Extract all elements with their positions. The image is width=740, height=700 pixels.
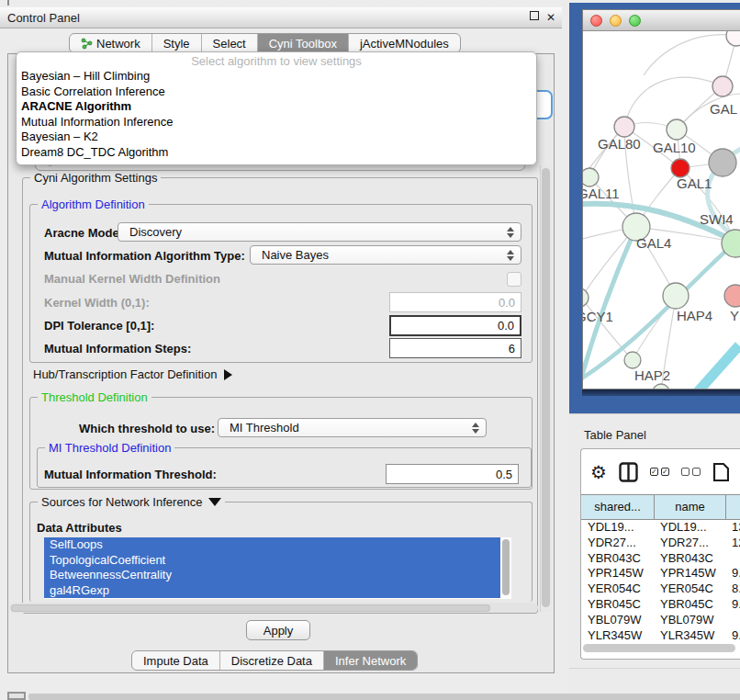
network-icon — [81, 38, 93, 50]
divider-tick — [7, 0, 9, 6]
bottom-tabbar: Impute Data Discretize Data Infer Networ… — [131, 650, 418, 671]
control-panel-titlebar — [0, 7, 562, 28]
combo-stepper-icon — [507, 227, 514, 238]
tab-network[interactable]: Network — [70, 34, 152, 52]
table-row[interactable]: YBR045CYBR045C9. — [581, 597, 740, 613]
table-hscroll-thumb[interactable] — [583, 644, 735, 652]
algorithm-item[interactable]: Dream8 DC_TDC Algorithm — [17, 145, 536, 161]
gear-icon[interactable]: ⚙ — [590, 461, 607, 483]
settings-horizontal-scrollbar[interactable] — [9, 603, 538, 613]
tab-select[interactable]: Select — [202, 34, 258, 52]
network-node-gal10[interactable] — [667, 119, 687, 140]
collapse-down-icon — [208, 498, 221, 506]
network-canvas[interactable]: GALGAL80GAL10GAL1GAL11SWI4GAL4GCY1HAP4YH… — [583, 31, 740, 390]
network-node-gal80[interactable] — [614, 117, 634, 137]
close-window-icon[interactable]: ✕ — [544, 11, 557, 24]
which-threshold-combo[interactable]: MI Threshold — [218, 418, 487, 437]
mi-threshold-label: Mutual Information Threshold: — [44, 468, 217, 481]
hub-definition-expander[interactable]: Hub/Transcription Factor Definition — [33, 367, 232, 381]
network-node-gal[interactable] — [712, 76, 733, 96]
tab-cyni-toolbox[interactable]: Cyni Toolbox — [258, 34, 349, 52]
aracne-mode-combo[interactable]: Discovery — [118, 222, 521, 242]
mi-threshold-field[interactable]: 0.5 — [386, 464, 519, 484]
table-row[interactable]: YLR345WYLR345W9. — [581, 628, 740, 643]
network-node-hap2[interactable] — [624, 352, 641, 368]
node-label: GCY1 — [583, 309, 613, 324]
attributes-scroll-thumb[interactable] — [502, 539, 510, 595]
algorithm-item[interactable]: Mutual Information Inference — [17, 115, 536, 130]
table-row[interactable]: YER054CYER054C8. — [581, 581, 740, 597]
settings-vertical-scrollbar[interactable] — [540, 165, 552, 612]
aracne-mode-label: Aracne Mode: — [44, 226, 123, 240]
table-cell: YDR27... — [655, 536, 726, 551]
tab-style[interactable]: Style — [152, 34, 202, 52]
attribute-item[interactable]: TopologicalCoefficient — [44, 553, 500, 569]
node-label: HAP4 — [677, 308, 712, 323]
table-row[interactable]: YPR145WYPR145W9. — [581, 566, 740, 581]
network-node[interactable] — [726, 31, 740, 46]
network-node-hap4[interactable] — [663, 283, 689, 309]
attribute-item[interactable]: gal4RGexp — [44, 583, 500, 599]
table-horizontal-scrollbar[interactable] — [581, 643, 740, 654]
split-columns-icon[interactable] — [619, 462, 638, 482]
checked-boxes-icon[interactable]: ✓✓ — [650, 468, 669, 476]
table-cell: YPR145W — [581, 566, 655, 581]
dpi-tolerance-field[interactable]: 0.0 — [389, 315, 521, 336]
table-cell: 8. — [726, 581, 740, 597]
table-cell: YER054C — [581, 581, 655, 597]
dpi-tolerance-label: DPI Tolerance [0,1]: — [44, 319, 154, 333]
manual-kernel-checkbox[interactable] — [507, 272, 521, 287]
table-row[interactable]: YBR043CYBR043C — [581, 551, 740, 567]
which-threshold-label: Which threshold to use: — [79, 422, 215, 435]
algorithm-item[interactable]: Basic Correlation Inference — [17, 85, 536, 100]
algorithm-item[interactable]: ARACNE Algorithm — [17, 99, 536, 115]
tab-jactivemnodules[interactable]: jActiveMNodules — [349, 34, 460, 52]
mi-algorithm-type-combo[interactable]: Naive Bayes — [250, 245, 521, 265]
mi-steps-field[interactable]: 6 — [389, 338, 521, 358]
algorithm-item[interactable]: Bayesian – Hill Climbing — [17, 69, 536, 85]
algorithm-popup: Select algorithm to view settings Bayesi… — [16, 51, 537, 165]
table-cell: YDL19... — [655, 520, 726, 536]
mi-algorithm-type-label: Mutual Information Algorithm Type: — [44, 249, 245, 263]
unchecked-boxes-icon[interactable] — [681, 468, 701, 476]
column-header-partial[interactable] — [726, 495, 740, 519]
table-row[interactable]: YDL19...YDL19...13 — [581, 520, 740, 536]
attributes-scrollbar[interactable] — [501, 537, 511, 599]
table-row[interactable]: YDR27...YDR27...12 — [581, 536, 740, 551]
column-header-shared-name[interactable]: shared... — [581, 495, 655, 519]
network-node[interactable] — [653, 384, 669, 390]
sources-group-title-wrap[interactable]: Sources for Network Inference — [38, 495, 225, 509]
attribute-item[interactable]: SelfLoops — [44, 537, 500, 553]
table-cell: YBR045C — [581, 597, 655, 613]
page-icon[interactable] — [712, 462, 729, 482]
network-node-y[interactable] — [724, 285, 740, 307]
close-traffic-light-icon[interactable] — [590, 15, 602, 27]
network-node-gal1[interactable] — [671, 159, 690, 177]
network-node-gal11[interactable] — [583, 168, 599, 186]
expand-right-icon — [224, 369, 232, 380]
bottom-resize-bar[interactable] — [28, 694, 740, 700]
settings-vscroll-thumb[interactable] — [542, 168, 550, 607]
tab-discretize-data[interactable]: Discretize Data — [220, 651, 324, 670]
kernel-width-field[interactable]: 0.0 — [389, 292, 521, 312]
tab-impute-data[interactable]: Impute Data — [132, 651, 220, 670]
minimized-panel-icon[interactable] — [7, 692, 26, 700]
algorithm-item[interactable]: Bayesian – K2 — [17, 130, 536, 145]
zoom-traffic-light-icon[interactable] — [629, 15, 641, 27]
network-node-gcy1[interactable] — [583, 288, 589, 307]
cyni-settings-group-title: Cyni Algorithm Settings — [30, 171, 161, 185]
table-cell: YBR043C — [581, 551, 655, 567]
attribute-item[interactable]: BetweennessCentrality — [44, 568, 500, 583]
apply-button[interactable]: Apply — [246, 620, 310, 640]
table-cell: 13 — [726, 520, 740, 536]
table-panel-footer-divider — [569, 668, 740, 669]
table-row[interactable]: YBL079WYBL079W — [581, 613, 740, 628]
network-node[interactable] — [709, 149, 736, 176]
table-header-row: shared... name — [581, 494, 740, 520]
column-header-name[interactable]: name — [655, 495, 726, 519]
minimize-traffic-light-icon[interactable] — [610, 15, 622, 27]
tab-infer-network[interactable]: Infer Network — [324, 651, 417, 670]
table-toolbar: ⚙ ✓✓ — [581, 449, 740, 494]
settings-hscroll-thumb[interactable] — [11, 604, 490, 612]
float-window-icon[interactable] — [528, 10, 541, 23]
